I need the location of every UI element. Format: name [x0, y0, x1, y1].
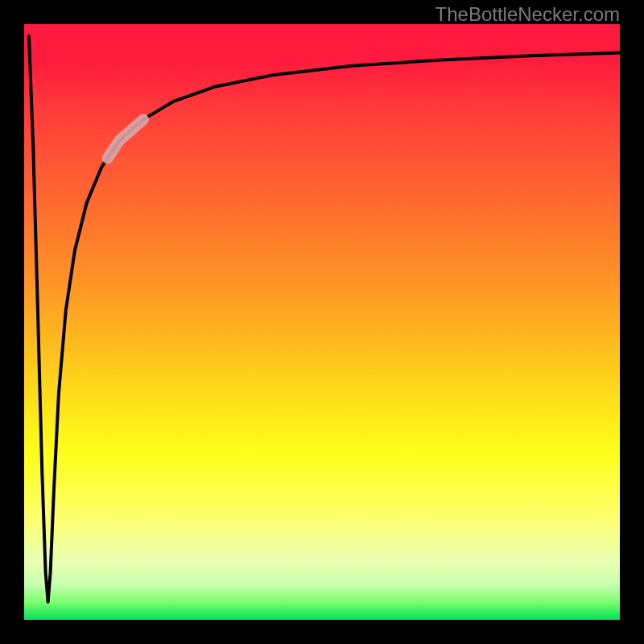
curve-highlight-segment [108, 119, 143, 158]
plot-area [24, 24, 620, 620]
bottleneck-curve [29, 36, 620, 602]
attribution-text: TheBottleNecker.com [436, 3, 620, 26]
chart-frame: TheBottleNecker.com [0, 0, 644, 644]
curve-layer [24, 24, 620, 620]
